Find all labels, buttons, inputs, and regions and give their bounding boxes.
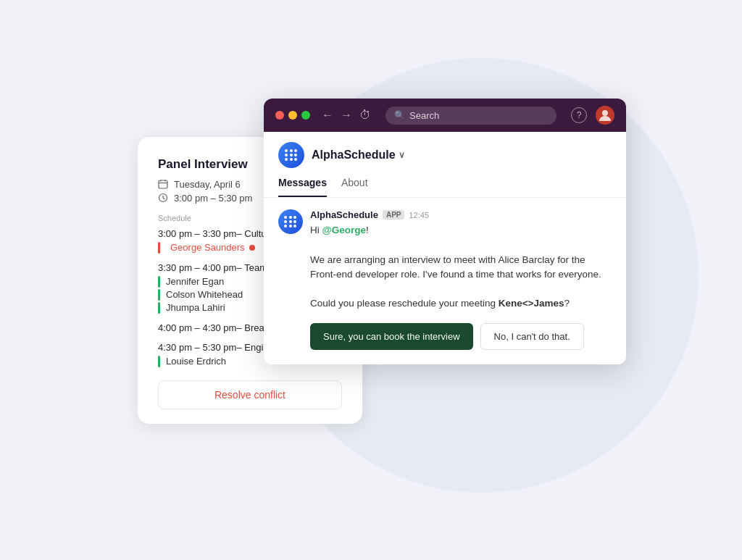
help-button[interactable]: ?	[571, 107, 587, 123]
messenger-tabs: Messages About	[278, 177, 612, 197]
message-meta: AlphaSchedule APP 12:45	[310, 209, 612, 220]
browser-window: ← → ⏱ 🔍 Search ?	[264, 99, 626, 364]
clock-icon	[158, 193, 168, 203]
dot-green[interactable]	[301, 111, 310, 120]
tab-messages[interactable]: Messages	[278, 177, 327, 197]
svg-line-6	[163, 198, 165, 200]
attendee-bar-green	[158, 276, 160, 288]
attendee-bar-red	[158, 242, 160, 254]
message-content: AlphaSchedule APP 12:45 Hi @George! We a…	[310, 209, 612, 350]
messenger-header: AlphaSchedule ∨ Messages About	[264, 132, 626, 198]
back-button[interactable]: ←	[322, 109, 333, 121]
message-time: 12:45	[409, 211, 429, 220]
message-avatar	[278, 209, 303, 234]
bold-names: Kene<>James	[499, 298, 564, 309]
forward-button[interactable]: →	[341, 109, 352, 121]
app-icon-dots	[285, 149, 298, 161]
message-sender: AlphaSchedule	[310, 209, 378, 220]
calendar-icon	[158, 179, 168, 189]
resolve-conflict-button[interactable]: Resolve conflict	[158, 380, 342, 409]
confirm-interview-button[interactable]: Sure, you can book the interview	[310, 323, 473, 350]
search-text: Search	[409, 110, 439, 121]
attendee-bar-green-3	[158, 302, 160, 314]
dot-yellow[interactable]	[288, 111, 297, 120]
message-row: AlphaSchedule APP 12:45 Hi @George! We a…	[278, 209, 612, 350]
attendee-bar-green-2	[158, 289, 160, 301]
message-area: AlphaSchedule APP 12:45 Hi @George! We a…	[264, 198, 626, 364]
messenger-app-name[interactable]: AlphaSchedule ∨	[312, 149, 405, 162]
svg-point-14	[602, 110, 608, 116]
right-panel: Panel Interview Thursday, April 8 3:00 p…	[380, 137, 604, 350]
dot-red[interactable]	[275, 111, 284, 120]
decline-button[interactable]: No, I can't do that.	[480, 323, 584, 350]
mention-george: @George	[322, 225, 366, 235]
app-badge: APP	[383, 210, 405, 220]
main-container: Panel Interview Tuesday, April 6 3:00 pm…	[109, 108, 633, 453]
app-icon	[278, 142, 304, 168]
tab-about[interactable]: About	[341, 177, 368, 197]
history-button[interactable]: ⏱	[359, 109, 371, 121]
user-avatar	[596, 106, 614, 125]
message-text: Hi @George! We are arranging an intervie…	[310, 223, 612, 312]
browser-search-bar[interactable]: 🔍 Search	[385, 106, 556, 125]
message-actions: Sure, you can book the interview No, I c…	[310, 323, 612, 350]
browser-body: AlphaSchedule ∨ Messages About	[264, 132, 626, 364]
browser-dots	[275, 111, 310, 120]
search-icon: 🔍	[394, 110, 405, 120]
svg-rect-0	[159, 180, 167, 188]
conflict-dot	[249, 245, 255, 251]
messenger-title-row: AlphaSchedule ∨	[278, 142, 612, 168]
message-app-icon-dots	[284, 216, 297, 227]
browser-titlebar: ← → ⏱ 🔍 Search ?	[264, 99, 626, 132]
chevron-down-icon: ∨	[399, 150, 405, 160]
attendee-bar-green-4	[158, 356, 160, 367]
browser-nav: ← → ⏱	[322, 109, 371, 121]
